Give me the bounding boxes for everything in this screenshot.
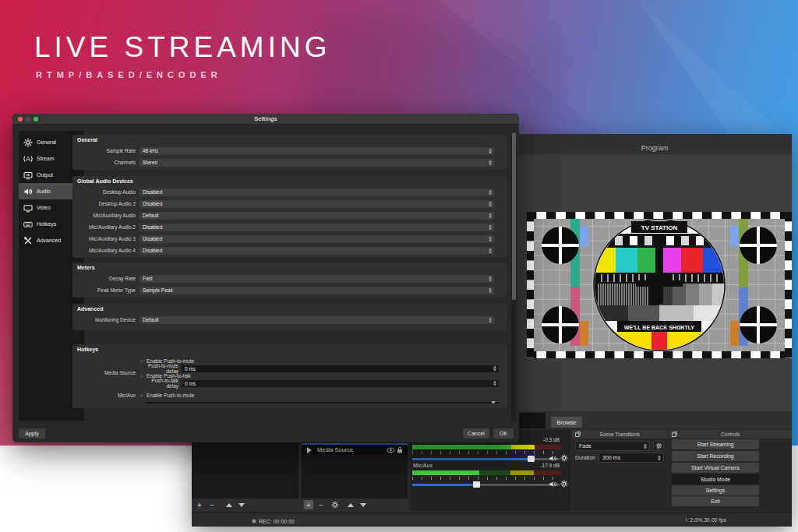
transition-selected-value: Fade (579, 443, 591, 449)
desktop-audio-2-select[interactable]: Disabled (139, 200, 494, 208)
spinner-icon (658, 455, 661, 460)
mixer-source1-slider-handle[interactable] (528, 456, 535, 462)
push-to-talk-delay-field[interactable]: 0 ms (182, 380, 499, 387)
mixer-source2-slider-handle[interactable] (473, 481, 480, 488)
source-list-item[interactable]: Media Source (302, 443, 408, 455)
mic-aux-audio-2-select[interactable]: Disabled (139, 224, 494, 231)
start-streaming-button[interactable]: Start Streaming (672, 439, 759, 449)
mic-aux-audio-select[interactable]: Default (139, 212, 494, 220)
mixer-source2-scale (412, 477, 561, 480)
source-properties-gear-icon[interactable] (330, 500, 340, 509)
meters-group: Meters Decay Rate Fast Peak Meter Type S… (72, 262, 507, 298)
spinner-icon (489, 317, 492, 322)
ok-button[interactable]: OK (493, 428, 514, 439)
mic-aux-audio-4-select[interactable]: Disabled (139, 247, 494, 255)
peak-meter-type-select[interactable]: Sample Peak (139, 287, 494, 294)
start-virtual-camera-button[interactable]: Start Virtual Camera (672, 463, 759, 473)
mic-push-to-mute-checkbox[interactable] (139, 393, 144, 398)
advanced-group: Advanced Monitoring Device Default (72, 304, 507, 330)
lock-icon[interactable] (395, 446, 404, 455)
settings-window-title: Settings (12, 114, 519, 124)
add-source-icon[interactable]: + (304, 500, 313, 509)
add-scene-icon[interactable]: + (195, 500, 204, 509)
remove-source-icon[interactable]: − (316, 500, 326, 509)
field-value: Disabled (143, 201, 162, 206)
scene-transitions-header: Scene Transitions (572, 430, 667, 439)
spinner-icon (489, 213, 492, 218)
mixer-source1-slider[interactable] (412, 458, 560, 460)
settings-button[interactable]: Settings (672, 485, 759, 495)
test-card: TV STATION WE'LL BE BACK SHORTLY (527, 212, 792, 358)
mic-aux-audio-3-select[interactable]: Disabled (139, 235, 494, 243)
spinner-icon (493, 381, 496, 386)
browse-button[interactable]: Browse (551, 417, 582, 428)
media-source-hotkeys: Media Source Enable Push-to-mute Push-to… (72, 358, 507, 387)
cancel-button[interactable]: Cancel (463, 428, 489, 439)
controls-header: Controls (669, 430, 792, 439)
eye-icon[interactable] (386, 446, 395, 455)
mixer-gear-icon[interactable] (560, 480, 568, 488)
settings-scrollbar-thumb[interactable] (512, 132, 516, 300)
duration-label: Duration (575, 455, 595, 460)
advanced-header: Advanced (72, 306, 507, 314)
scene-down-icon[interactable] (237, 500, 246, 509)
spinner-icon (493, 366, 496, 372)
field-value: Fast (143, 276, 153, 281)
controls-title: Controls (669, 430, 792, 439)
broadcast-icon: A (23, 154, 33, 164)
mic-aux-hotkeys: Mic/Aux Enable Push-to-mute (72, 392, 507, 399)
mute-speaker-icon[interactable] (549, 454, 557, 463)
spinner-icon (489, 201, 492, 206)
delay-value: 0 ms (185, 381, 196, 386)
tools-icon (23, 236, 33, 245)
sidebar-item-label: Advanced (37, 238, 61, 243)
exit-button[interactable]: Exit (672, 496, 759, 506)
mixer-gear-icon[interactable] (560, 454, 568, 462)
sample-rate-select[interactable]: 48 kHz (139, 147, 494, 155)
hero-subtitle: RTMP/BASED/ENCODER (36, 70, 222, 79)
spinner-icon (489, 236, 492, 241)
apply-button[interactable]: Apply (19, 428, 45, 439)
studio-mode-button[interactable]: Studio Mode (672, 474, 759, 484)
mixer-source2-slider[interactable] (412, 484, 560, 486)
field-label: Mic/Auxiliary Audio (72, 213, 139, 218)
spinner-icon (489, 287, 492, 293)
settings-row: Monitoring Device Default (72, 314, 507, 326)
desktop-audio-select[interactable]: Disabled (139, 188, 494, 196)
spinner-icon (489, 224, 492, 230)
spinner-icon (489, 276, 492, 281)
source-up-icon[interactable] (346, 500, 355, 509)
properties-dark-block (517, 413, 546, 428)
general-header: General (72, 137, 507, 145)
field-label: Sample Rate (72, 148, 139, 153)
hotkeys-header: Hotkeys (72, 347, 507, 354)
keyboard-icon (23, 220, 33, 229)
field-value: Default (143, 317, 159, 322)
transition-select[interactable]: Fade (575, 441, 650, 451)
media-source-label: Media Source (72, 370, 139, 375)
transition-gear-button[interactable] (653, 441, 664, 451)
settings-row: Decay Rate Fast (72, 273, 507, 284)
channels-select[interactable]: Stereo (139, 159, 494, 167)
settings-row: Desktop Audio Disabled (72, 186, 507, 198)
delay-label: Push-to-mute delay (139, 363, 182, 374)
spinner-icon (489, 248, 492, 253)
push-to-mute-delay-field[interactable]: 0 ms (182, 365, 499, 372)
start-recording-button[interactable]: Start Recording (672, 451, 759, 461)
mixer-source2-db: -17.9 dB (540, 463, 560, 468)
play-icon (305, 446, 314, 455)
scene-up-icon[interactable] (224, 500, 234, 509)
monitoring-device-select[interactable]: Default (139, 316, 494, 324)
remove-scene-icon[interactable]: − (207, 500, 217, 509)
decay-rate-select[interactable]: Fast (139, 275, 494, 283)
stage: LIVE STREAMING RTMP/BASED/ENCODER Progra… (0, 0, 798, 532)
mixer-source2-name: Mic/Aux (413, 463, 433, 468)
status-bar: LIVE: 00:00:00 REC: 00:00:00 CPU: 2.0%,3… (192, 513, 792, 527)
mixer-source1-scale (412, 451, 561, 454)
field-label: Mic/Auxiliary Audio 4 (72, 248, 139, 253)
source-down-icon[interactable] (358, 500, 368, 509)
duration-field[interactable]: 300 ms (598, 453, 664, 463)
mute-speaker-icon[interactable] (549, 480, 557, 488)
settings-row: Desktop Audio 2 Disabled (72, 198, 507, 210)
program-panel-title: Program (517, 144, 792, 152)
